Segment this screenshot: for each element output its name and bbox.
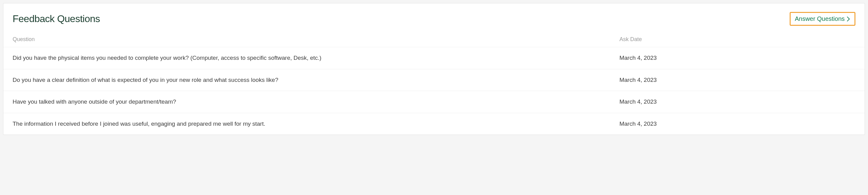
- feedback-questions-panel: Feedback Questions Answer Questions Ques…: [3, 3, 865, 135]
- question-text: Did you have the physical items you need…: [12, 54, 620, 62]
- ask-date: March 4, 2023: [620, 77, 856, 83]
- question-text: Have you talked with anyone outside of y…: [12, 98, 620, 106]
- column-header-ask-date: Ask Date: [620, 36, 856, 43]
- question-text: Do you have a clear definition of what i…: [12, 76, 620, 84]
- ask-date: March 4, 2023: [620, 54, 856, 61]
- panel-header: Feedback Questions Answer Questions: [3, 3, 865, 32]
- ask-date: March 4, 2023: [620, 99, 856, 105]
- column-header-question: Question: [12, 36, 620, 43]
- table-row: The information I received before I join…: [3, 113, 865, 135]
- page-title: Feedback Questions: [12, 13, 100, 25]
- table-header: Question Ask Date: [3, 32, 865, 47]
- answer-questions-button[interactable]: Answer Questions: [790, 12, 856, 26]
- table-row: Did you have the physical items you need…: [3, 47, 865, 69]
- chevron-right-icon: [846, 16, 850, 22]
- ask-date: March 4, 2023: [620, 120, 856, 127]
- table-row: Do you have a clear definition of what i…: [3, 69, 865, 91]
- question-text: The information I received before I join…: [12, 120, 620, 128]
- table-row: Have you talked with anyone outside of y…: [3, 91, 865, 113]
- answer-questions-label: Answer Questions: [795, 15, 845, 23]
